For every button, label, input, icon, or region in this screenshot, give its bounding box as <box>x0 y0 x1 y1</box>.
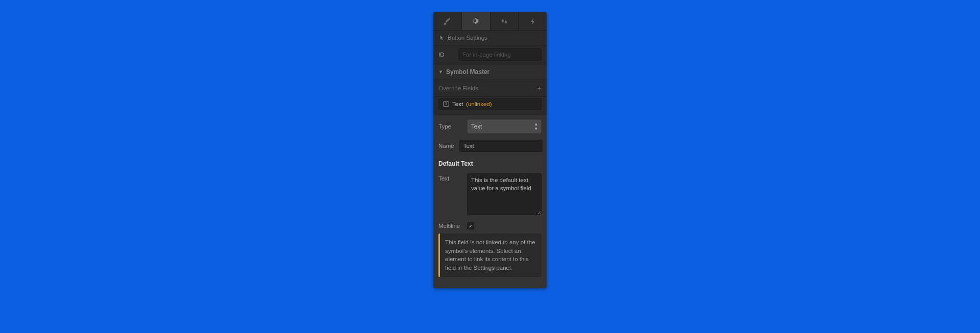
id-row: ID <box>433 45 547 64</box>
override-fields-label: Override Fields <box>438 85 478 91</box>
element-settings-header: Button Settings <box>433 31 547 45</box>
field-detail-section: Type Text ▴▾ Name Default Text Text Mult… <box>433 115 547 288</box>
symbol-master-title: Symbol Master <box>446 68 489 75</box>
unlinked-warning: This field is not linked to any of the s… <box>438 234 542 277</box>
id-label: ID <box>438 52 453 58</box>
type-select-value: Text <box>471 123 482 130</box>
id-input[interactable] <box>458 48 542 61</box>
default-text-title: Default Text <box>433 155 547 170</box>
multiline-row: Multiline ✓ <box>433 218 547 234</box>
lightning-icon <box>529 18 536 25</box>
style-tab[interactable] <box>433 12 462 30</box>
caret-down-icon: ▼ <box>438 69 443 74</box>
default-text-label: Text <box>438 173 462 182</box>
override-field-status: (unlinked) <box>466 101 492 107</box>
text-field-icon <box>443 101 449 107</box>
select-caret-icon: ▴▾ <box>535 122 537 131</box>
brush-icon <box>443 17 451 25</box>
settings-panel: Button Settings ID ▼ Symbol Master Overr… <box>433 12 547 288</box>
check-icon: ✓ <box>469 223 473 229</box>
name-label: Name <box>438 143 454 149</box>
override-field-label: Text <box>452 101 463 107</box>
symbol-master-toggle[interactable]: ▼ Symbol Master <box>433 64 547 80</box>
override-fields-header: Override Fields + <box>433 80 547 97</box>
element-settings-title: Button Settings <box>448 35 487 41</box>
type-row: Type Text ▴▾ <box>433 116 547 137</box>
default-text-textarea[interactable] <box>467 173 542 215</box>
add-override-field-button[interactable]: + <box>537 84 542 92</box>
type-label: Type <box>438 123 462 130</box>
override-field-item[interactable]: Text (unlinked) <box>438 98 542 110</box>
unlinked-warning-text: This field is not linked to any of the s… <box>445 239 535 271</box>
name-row: Name <box>433 137 547 155</box>
droplets-icon <box>500 17 508 25</box>
pointer-icon <box>438 35 445 41</box>
gear-icon <box>472 17 480 25</box>
type-select[interactable]: Text ▴▾ <box>467 119 542 134</box>
effects-tab[interactable] <box>491 12 519 30</box>
interactions-tab[interactable] <box>519 12 547 30</box>
name-input[interactable] <box>459 140 543 152</box>
multiline-checkbox[interactable]: ✓ <box>467 222 474 229</box>
multiline-label: Multiline <box>438 223 462 229</box>
settings-tab[interactable] <box>462 12 491 30</box>
default-text-row: Text <box>433 170 547 218</box>
tab-bar <box>433 12 547 31</box>
